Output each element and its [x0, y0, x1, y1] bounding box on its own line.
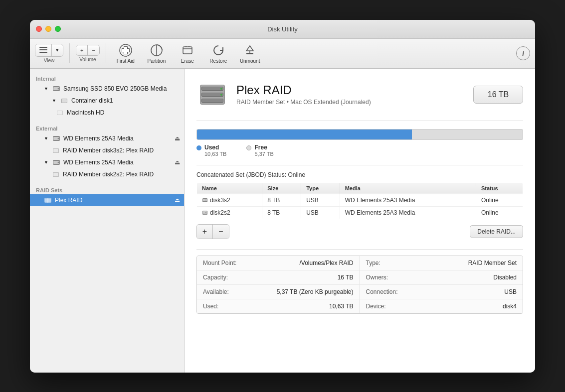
svg-rect-10: [183, 47, 192, 54]
cell-size: 8 TB: [262, 206, 301, 219]
toolbar-separator-1: [69, 43, 70, 63]
volume-button-group: + −: [76, 45, 100, 56]
usage-bar-fill: [197, 130, 412, 139]
svg-point-46: [220, 94, 222, 96]
svg-rect-44: [202, 99, 223, 102]
sidebar-item-plex-raid[interactable]: Plex RAID ⏏: [30, 194, 184, 206]
sidebar-item-macintosh-hd[interactable]: Macintosh HD: [30, 107, 184, 119]
capacity-cell: Capacity: 16 TB: [197, 270, 360, 285]
sidebar-item-label: Plex RAID: [55, 197, 82, 204]
sidebar-item-wd-elements-1[interactable]: ▼ WD Elements 25A3 Media ⏏: [30, 132, 184, 144]
cell-type: USB: [301, 194, 340, 206]
info-grid: Mount Point: /Volumes/Plex RAID Type: RA…: [196, 256, 523, 314]
delete-raid-button[interactable]: Delete RAID...: [470, 225, 523, 238]
volume-icon: [56, 109, 64, 117]
device-info: Plex RAID RAID Member Set • Mac OS Exten…: [236, 83, 465, 106]
device-label: Device:: [366, 303, 386, 310]
usage-bar-container: [196, 129, 523, 140]
device-header: Plex RAID RAID Member Set • Mac OS Exten…: [196, 79, 523, 111]
svg-rect-42: [202, 93, 223, 96]
mount-point-value: /Volumes/Plex RAID: [299, 260, 353, 266]
sidebar-item-samsung-ssd[interactable]: ▼ Samsung SSD 850 EVO 250GB Media: [30, 83, 184, 95]
erase-label: Erase: [181, 58, 194, 64]
table-header-row: Name Size Type Media Status: [197, 182, 523, 194]
cell-size: 8 TB: [262, 194, 301, 206]
svg-rect-23: [57, 111, 62, 115]
info-icon: i: [522, 50, 524, 57]
restore-button[interactable]: Restore: [205, 41, 232, 66]
remove-disk-button[interactable]: −: [213, 225, 229, 239]
chevron-down-icon: ▼: [44, 160, 48, 165]
info-button[interactable]: i: [516, 46, 530, 60]
maximize-button[interactable]: [55, 26, 61, 32]
sidebar-section-internal: Internal: [30, 73, 184, 83]
cell-media: WD Elements 25A3 Media: [340, 206, 476, 219]
svg-point-45: [220, 88, 222, 90]
sidebar-item-label: WD Elements 25A3 Media: [63, 159, 134, 166]
remove-volume-button[interactable]: −: [88, 45, 99, 55]
connection-label: Connection:: [366, 288, 398, 295]
free-dot: [246, 145, 251, 150]
add-volume-button[interactable]: +: [76, 45, 88, 55]
raid-table-header: Name Size Type Media Status: [197, 182, 523, 194]
type-cell: Type: RAID Member Set: [360, 256, 523, 270]
erase-button[interactable]: Erase: [174, 41, 201, 66]
header-divider: [196, 121, 523, 121]
close-button[interactable]: [36, 26, 42, 32]
drive-icon: [52, 158, 60, 166]
minimize-button[interactable]: [45, 26, 51, 32]
toolbar-separator-2: [106, 43, 106, 63]
free-value: 5,37 TB: [254, 151, 273, 157]
sidebar: Internal ▼ Samsung SSD 850 EVO 250GB Med…: [30, 69, 185, 373]
cell-type: USB: [301, 206, 340, 219]
sidebar-item-wd-elements-2[interactable]: ▼ WD Elements 25A3 Media ⏏: [30, 156, 184, 168]
svg-point-31: [57, 161, 59, 163]
used-info-value: 10,63 TB: [329, 303, 353, 310]
container-icon: [60, 97, 68, 105]
drive-icon: [52, 134, 60, 142]
partition-label: Partition: [148, 58, 166, 64]
view-list-button[interactable]: [35, 44, 52, 56]
restore-label: Restore: [209, 58, 227, 64]
partition-icon: [150, 43, 164, 57]
add-remove-group: + −: [196, 224, 229, 239]
view-control-group: ▾ View: [35, 44, 63, 63]
eject-icon: ⏏: [175, 159, 180, 166]
drive-icon: [52, 85, 60, 93]
drive-large-icon: [197, 80, 227, 110]
first-aid-button[interactable]: First Aid: [112, 41, 139, 66]
detail-panel: Plex RAID RAID Member Set • Mac OS Exten…: [185, 69, 535, 373]
add-disk-button[interactable]: +: [197, 225, 213, 239]
table-row[interactable]: disk3s2 8 TB USB WD Elements 25A3 Media …: [197, 194, 523, 206]
first-aid-label: First Aid: [117, 58, 135, 64]
sidebar-item-raid-member-2[interactable]: RAID Member disk2s2: Plex RAID: [30, 168, 184, 180]
sidebar-item-label: WD Elements 25A3 Media: [63, 135, 134, 142]
usage-legend: Used 10,63 TB Free 5,37 TB: [196, 144, 523, 157]
raid-member-icon: [52, 146, 60, 154]
used-legend-text: Used 10,63 TB: [204, 144, 226, 157]
partition-button[interactable]: Partition: [143, 41, 170, 66]
col-media: Media: [340, 182, 476, 194]
view-dropdown-button[interactable]: ▾: [52, 44, 63, 56]
col-type: Type: [301, 182, 340, 194]
svg-rect-33: [53, 173, 58, 176]
volume-control-group: + − Volume: [76, 45, 100, 62]
col-size: Size: [262, 182, 301, 194]
table-row[interactable]: disk2s2 8 TB USB WD Elements 25A3 Media …: [197, 206, 523, 219]
sidebar-item-container-disk1[interactable]: ▼ Container disk1: [30, 95, 184, 107]
titlebar: Disk Utility: [30, 20, 535, 39]
owners-value: Disabled: [493, 274, 517, 281]
unmount-label: Unmount: [240, 58, 260, 64]
capacity-label: Capacity:: [203, 274, 228, 281]
disk-icon: [202, 197, 208, 203]
sidebar-item-raid-member-1[interactable]: RAID Member disk3s2: Plex RAID: [30, 144, 184, 156]
device-size-button[interactable]: 16 TB: [473, 86, 523, 104]
svg-rect-21: [62, 99, 67, 103]
free-legend-item: Free 5,37 TB: [246, 144, 273, 157]
window-title: Disk Utility: [267, 25, 298, 33]
sidebar-item-label: Samsung SSD 850 EVO 250GB Media: [63, 85, 167, 92]
capacity-value: 16 TB: [338, 274, 354, 281]
cell-media: WD Elements 25A3 Media: [340, 194, 476, 206]
owners-label: Owners:: [366, 274, 388, 281]
unmount-button[interactable]: Unmount: [236, 41, 264, 66]
